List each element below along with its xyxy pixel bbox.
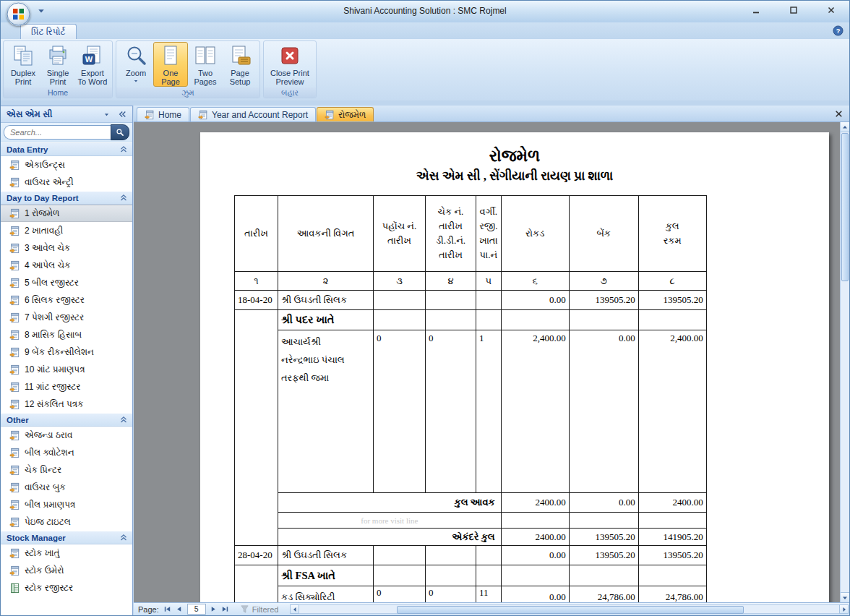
last-page-button[interactable]	[220, 604, 231, 615]
ribbon-button-1-0[interactable]: Zoom	[119, 42, 153, 87]
nav-item-1-11[interactable]: 12 સંકલિત પત્રક	[1, 395, 132, 413]
nav-item-1-6[interactable]: 7 પેશગી રજીસ્ટર	[1, 309, 132, 326]
report-cell: 18-04-20	[235, 291, 278, 310]
report-col-number: ૩	[374, 272, 426, 291]
search-input[interactable]	[4, 125, 111, 140]
nav-item-1-0[interactable]: 1 રોજમેળ	[1, 205, 132, 222]
close-button[interactable]	[822, 4, 841, 17]
search-button[interactable]	[111, 124, 129, 140]
nav-sections: Data Entryએકાઉન્ટ્સવાઉચર એન્ટ્રીDay to D…	[1, 142, 132, 615]
chevron-down-icon[interactable]	[103, 112, 110, 117]
report-icon	[9, 208, 20, 219]
nav-pane-header[interactable]: એસ એમ સી	[1, 106, 132, 123]
horizontal-scrollbar[interactable]	[290, 604, 849, 615]
first-page-button[interactable]	[162, 604, 173, 615]
report-cell	[638, 310, 706, 330]
horizontal-scroll-thumb[interactable]	[397, 606, 744, 614]
document-tab-2[interactable]: રોજમેળ	[317, 107, 374, 121]
close-document-button[interactable]	[834, 109, 843, 119]
report-icon	[9, 295, 20, 306]
nav-item-2-5[interactable]: પેઇજ ટાઇટલ	[1, 513, 132, 531]
office-button[interactable]	[7, 2, 30, 26]
report-cell	[374, 310, 426, 330]
ribbon-button-2-0[interactable]: Close Print Preview	[266, 42, 314, 87]
nav-item-1-4[interactable]: 5 બીલ રજીસ્ટર	[1, 274, 132, 291]
report-cell: 139505.20	[638, 546, 706, 565]
ribbon: Duplex PrintSingle PrintWExport To WordH…	[1, 39, 849, 101]
ribbon-button-1-3[interactable]: Page Setup	[223, 42, 257, 87]
ribbon-button-1-2[interactable]: Two Pages	[188, 42, 223, 87]
nav-item-1-3[interactable]: 4 આપેલ ચેક	[1, 257, 132, 274]
filter-indicator[interactable]: Filtered	[240, 604, 279, 614]
report-icon	[9, 465, 20, 476]
application-window: Shivani Accounting Solution : SMC Rojmel…	[0, 0, 850, 616]
report-cell: 2,400.00	[501, 330, 569, 493]
report-row-2: આચાર્યશ્રીનરેન્દ્રભાઇ પંચાલતરફથી જમા0012…	[235, 330, 707, 493]
vertical-scroll-thumb[interactable]	[841, 133, 849, 281]
report-cell: 24,786.00	[638, 586, 706, 603]
scroll-down-button[interactable]	[841, 592, 849, 602]
report-col-number: ૮	[638, 272, 706, 291]
help-icon[interactable]: ?	[833, 25, 843, 36]
nav-item-1-10[interactable]: 11 ગ્રાંટ રજીસ્ટર	[1, 378, 132, 395]
horizontal-scroll-track[interactable]	[299, 604, 839, 614]
nav-item-2-3[interactable]: વાઉચર બુક	[1, 479, 132, 496]
report-page[interactable]: રોજમેળ એસ એમ સી , સેંગીયાની રાયણ પ્રા શા…	[200, 132, 829, 602]
report-col-header-3: ચેક નં.તારીખડી.ડી.નં.તારીખ	[426, 196, 476, 272]
ribbon-button-0-1[interactable]: Single Print	[40, 42, 75, 87]
next-page-button[interactable]	[208, 604, 220, 615]
report-col-number: ૧	[235, 272, 278, 291]
tab-print-report[interactable]: પ્રિંટ રિપોર્ટ	[20, 24, 77, 39]
nav-item-label: બીલ ક્વોટેશન	[25, 448, 74, 458]
report-cell	[374, 291, 426, 310]
nav-item-1-5[interactable]: 6 સિલક રજીસ્ટર	[1, 291, 132, 309]
arrow-right-icon	[841, 607, 847, 612]
nav-item-0-0[interactable]: એકાઉન્ટ્સ	[1, 156, 132, 174]
prev-page-button[interactable]	[173, 604, 185, 615]
nav-item-2-2[interactable]: ચેક પ્રિન્ટર	[1, 461, 132, 479]
vertical-scrollbar[interactable]	[840, 122, 849, 602]
nav-item-1-8[interactable]: 9 બેંક રીકન્સીલેશન	[1, 343, 132, 361]
nav-section-header-2[interactable]: Other	[1, 413, 132, 427]
two-pages-icon	[194, 44, 217, 67]
scroll-right-button[interactable]	[839, 604, 849, 614]
scroll-left-button[interactable]	[290, 604, 299, 614]
nav-item-label: વાઉચર એન્ટ્રી	[25, 177, 74, 187]
minimize-button[interactable]	[747, 4, 765, 17]
report-col-header-5: રોકડ	[501, 196, 569, 272]
nav-item-2-1[interactable]: બીલ ક્વોટેશન	[1, 444, 132, 461]
report-row-7: શ્રી FSA ખાતે	[235, 565, 707, 586]
report-cell	[638, 513, 706, 529]
report-col-header-6: બેંક	[569, 196, 638, 272]
ribbon-button-0-0[interactable]: Duplex Print	[6, 42, 40, 87]
page-number-input[interactable]: 5	[187, 604, 206, 615]
nav-section-header-0[interactable]: Data Entry	[1, 142, 132, 156]
nav-item-label: બીલ પ્રમાણપત્ર	[25, 500, 75, 510]
maximize-button[interactable]	[784, 4, 803, 17]
document-tab-1[interactable]: Year and Account Report	[190, 107, 316, 121]
nav-item-2-4[interactable]: બીલ પ્રમાણપત્ર	[1, 496, 132, 513]
scroll-up-button[interactable]	[841, 122, 849, 132]
collapse-pane-icon[interactable]	[119, 111, 126, 118]
ribbon-button-0-2[interactable]: WExport To Word	[75, 42, 110, 87]
nav-section-header-1[interactable]: Day to Day Report	[1, 191, 132, 205]
nav-item-1-9[interactable]: 10 ગ્રાંટ પ્રમાણપત્ર	[1, 361, 132, 378]
ribbon-button-1-1[interactable]: One Page	[153, 42, 188, 87]
nav-item-3-2[interactable]: સ્ટોક રજીસ્ટર	[1, 579, 132, 596]
nav-item-3-0[interactable]: સ્ટોક ખાતું	[1, 544, 132, 562]
close-preview-icon	[278, 44, 301, 67]
nav-section-title: Day to Day Report	[7, 194, 120, 202]
nav-item-1-2[interactable]: 3 આવેલ ચેક	[1, 239, 132, 257]
ribbon-group-label: બહાર	[264, 87, 316, 98]
nav-item-1-1[interactable]: 2 ખાતાવહી	[1, 222, 132, 239]
document-tab-0[interactable]: Home	[137, 107, 189, 121]
report-row-6: 28-04-20શ્રી ઉઘડતી સિલક0.00139505.201395…	[235, 546, 707, 565]
nav-item-3-1[interactable]: સ્ટોક ઉમેરો	[1, 562, 132, 579]
nav-section-header-3[interactable]: Stock Manager	[1, 531, 132, 544]
report-cell: 0.00	[569, 330, 638, 493]
nav-item-0-1[interactable]: વાઉચર એન્ટ્રી	[1, 174, 132, 191]
filter-icon	[240, 604, 249, 614]
nav-item-2-0[interactable]: એજન્ડા ઠરાવ	[1, 427, 132, 444]
nav-item-1-7[interactable]: 8 માસિક હિસાબ	[1, 326, 132, 343]
report-icon	[9, 260, 20, 271]
